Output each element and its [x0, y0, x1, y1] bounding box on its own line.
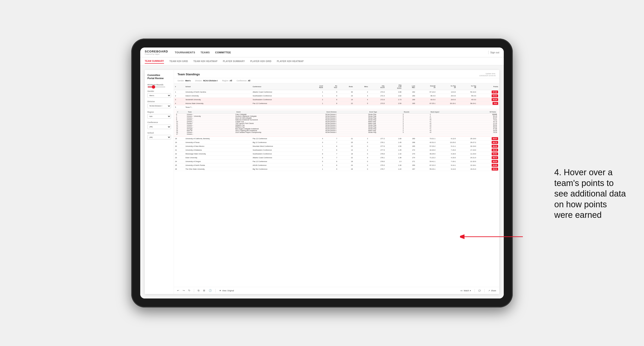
redo-icon[interactable]: ↪ — [183, 289, 185, 292]
annotation-arrow-icon — [460, 230, 527, 243]
nav-divider — [488, 51, 488, 54]
division-label: Division — [148, 100, 171, 103]
filter-division-value: NCAA Division I — [203, 80, 218, 82]
logo-area: SCOREBOARD Powered by clippd — [145, 50, 168, 55]
wins-1: 2 — [354, 90, 369, 94]
annotation-area: 4. Hover over a team's points to see add… — [554, 167, 626, 225]
table-row-arizona[interactable]: 4 Arizona State University Pac-12 Confer… — [174, 102, 499, 105]
view-original-button[interactable]: 👁 View: Original — [219, 290, 234, 292]
standings-table: # School Conference ConfRank NoTour Rnds… — [174, 83, 499, 171]
nav-tournaments[interactable]: TOURNAMENTS — [175, 50, 195, 55]
lowrec-1: 262 — [402, 90, 416, 94]
slider-container — [148, 86, 171, 87]
expanded-section: # Team Event Event Division Event Type R… — [174, 109, 499, 137]
table-row[interactable]: 23Duke UniversityAtlantic Coast Conferen… — [174, 156, 499, 160]
min-rounds-slider[interactable] — [148, 86, 166, 87]
overall-1: 67-10-0 — [416, 90, 437, 94]
filter-conference-label: Conference: — [236, 80, 247, 82]
filter-conference-value: All — [248, 80, 250, 82]
sidebar-division: Division NCAA Division I — [148, 100, 171, 108]
subnav-player-h2h-heatmap[interactable]: PLAYER H2H HEATMAP — [277, 59, 304, 63]
expanded-row: 16Univers...2023 Sahalee Players Champio… — [176, 132, 497, 133]
region-label: Region — [148, 111, 171, 113]
clock-icon[interactable]: 🕐 — [209, 289, 212, 292]
col-conference: Conference — [252, 83, 309, 90]
school-1: University of North Carolina — [184, 90, 251, 94]
nav-committee[interactable]: COMMITTEE — [215, 50, 231, 55]
table-row[interactable]: 21University of AlabamaSoutheastern Conf… — [174, 148, 499, 152]
share-button[interactable]: ↗ Share — [488, 290, 496, 292]
col-adj-score: Adj.Score — [369, 83, 386, 90]
expanded-row: 8Univers...Amer Art IntercollegiateNCAA … — [176, 117, 497, 119]
conf-2: Southeastern Conference — [252, 94, 309, 98]
tablet-screen: SCOREBOARD Powered by clippd TOURNAMENTS… — [140, 47, 504, 299]
toolbar-separator-2 — [216, 289, 216, 292]
conference-label: Conference — [148, 121, 171, 124]
notour-1: 9 — [324, 90, 338, 94]
rank-2: 2 — [174, 94, 184, 98]
subnav-team-h2h-heatmap[interactable]: TEAM H2H HEATMAP — [194, 59, 218, 63]
logo-text: SCOREBOARD — [145, 50, 168, 53]
school-2: Auburn University — [184, 94, 251, 98]
update-time: Update time: 13/03/2024 10:03:42 — [479, 73, 496, 77]
expanded-row: 12Univers...Williams CupNCAA Division IS… — [176, 124, 497, 126]
conference-select[interactable]: (All) — [148, 125, 171, 129]
filter-row: Gender: Men's Division: NCAA Division I … — [174, 78, 499, 83]
school-select[interactable]: (All) — [148, 135, 171, 139]
undo-icon[interactable]: ↩ — [177, 289, 179, 292]
col-rank: # — [174, 83, 184, 90]
conf-1: Atlantic Coast Conference — [252, 90, 309, 94]
toolbar-separator-4 — [484, 289, 485, 292]
subnav-player-summary[interactable]: PLAYER SUMMARY — [223, 59, 245, 63]
subnav-team-h2h-grid[interactable]: TEAM H2H GRID — [170, 59, 188, 63]
filter-division: Division: NCAA Division I — [195, 80, 218, 82]
view-icon: 👁 — [219, 290, 221, 292]
table-row[interactable]: 19University of TexasBig 12 Conference 3… — [174, 141, 499, 144]
sign-out-button[interactable]: Sign out — [490, 51, 499, 54]
col-rnds: Rnds — [338, 83, 354, 90]
col-vs50: Vs Top50 — [457, 83, 477, 90]
col-conf-rank: ConfRank — [309, 83, 324, 90]
table-row[interactable]: 18University of California, BerkeleyPac-… — [174, 137, 499, 141]
sidebar-conference: Conference (All) — [148, 121, 171, 129]
watch-button[interactable]: 👀 Watch ▾ — [460, 290, 471, 292]
expanded-row: 13Univers...Williams CupNCAA Division IS… — [176, 126, 497, 128]
table-row[interactable]: 24University of OregonPac-12 Conference … — [174, 160, 499, 163]
nav-teams[interactable]: TEAMS — [200, 50, 210, 55]
comment-button[interactable]: 💬 — [478, 290, 481, 292]
table-row[interactable]: 25University of North FloridaASUN Confer… — [174, 163, 499, 167]
table-row[interactable]: 1 University of North Carolina Atlantic … — [174, 90, 499, 94]
gender-select[interactable]: Men's — [148, 93, 171, 98]
standings-title: Team Standings — [178, 73, 200, 76]
subnav-player-h2h-grid[interactable]: PLAYER H2H GRID — [250, 59, 272, 63]
table-row-highlighted[interactable]: 3 Vanderbilt University Southeastern Con… — [174, 98, 499, 102]
table-row[interactable]: 26The Ohio State UniversityBig Ten Confe… — [174, 167, 499, 171]
col-overall: Overall25 — [416, 83, 437, 90]
expanded-row: 10Univers...Copper CupNCAA Division IMat… — [176, 121, 497, 123]
sidebar-min-rounds: Minimum Rounds — [148, 84, 171, 87]
expanded-row: 15East TeiOFCC Fighting Illini Invitatio… — [176, 130, 497, 132]
col-avg-low: AvgLowScore — [386, 83, 402, 90]
filter-region-label: Region: — [222, 80, 229, 82]
refresh-icon[interactable]: ↻ — [188, 289, 190, 292]
filter-gender-value: Men's — [185, 80, 191, 82]
sub-nav: TEAM SUMMARY TEAM H2H GRID TEAM H2H HEAT… — [140, 57, 504, 65]
region-select[interactable]: N/A — [148, 114, 171, 119]
filter-region-value: All — [230, 80, 232, 82]
subnav-team-summary[interactable]: TEAM SUMMARY — [145, 59, 164, 64]
grid-icon[interactable]: ⊞ — [203, 289, 205, 292]
gender-label: Gender — [148, 90, 171, 92]
top-nav: SCOREBOARD Powered by clippd TOURNAMENTS… — [140, 47, 504, 57]
expanded-row: 14GeorgiaBen Hogan Collegiate Invitation… — [176, 128, 497, 130]
table-wrapper: # School Conference ConfRank NoTour Rnds… — [174, 83, 499, 287]
copy-icon[interactable]: ⧉ — [198, 289, 200, 292]
table-row[interactable]: 22Mississippi State UniversitySoutheaste… — [174, 152, 499, 156]
table-row[interactable]: 20University of New MexicoMountain West … — [174, 144, 499, 148]
points-1[interactable]: 97.02 — [477, 90, 499, 94]
vs25-1: 13-9-0 — [436, 90, 457, 94]
division-select[interactable]: NCAA Division I — [148, 104, 171, 108]
table-row[interactable]: 2 Auburn University Southeastern Confere… — [174, 94, 499, 98]
sidebar: Committee Portal Review Minimum Rounds G… — [145, 70, 174, 294]
table-row[interactable]: 5 Texas T... — [174, 105, 499, 109]
toolbar-separator — [194, 289, 194, 292]
